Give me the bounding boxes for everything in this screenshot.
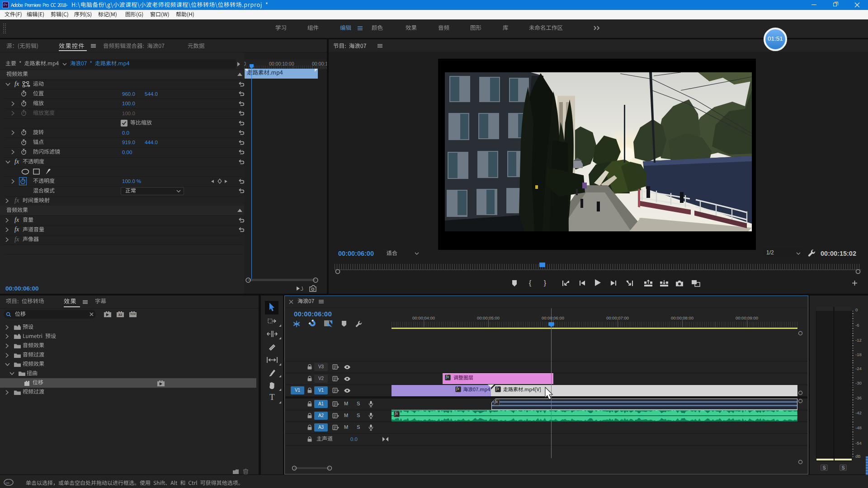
- svg-text:co: co: [5, 481, 9, 485]
